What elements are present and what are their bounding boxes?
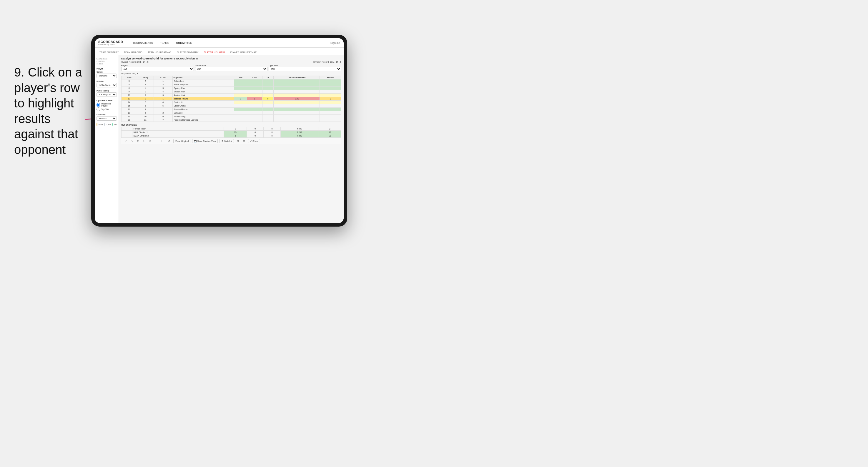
- conference-filter: Conference (All): [195, 64, 268, 71]
- subnav-player-summary[interactable]: PLAYER SUMMARY: [175, 50, 201, 55]
- zoom-plus[interactable]: +: [159, 139, 163, 143]
- main-content: Last Updated: 27/03/2024 16:55:38 Player…: [95, 55, 344, 223]
- col-conf: # Conf: [154, 76, 173, 80]
- table-row[interactable]: 522 Alexis Sudjianto: [122, 83, 341, 87]
- colour-by-section: Colour by Win/loss: [96, 114, 117, 121]
- table-row[interactable]: Foreign Team 1 0 0 4.500 2: [122, 127, 341, 131]
- opponent-view-section: Opponent view Opponents Played Top 100: [96, 99, 117, 111]
- col-opponent: Opponent: [173, 76, 234, 80]
- filter-row: Region (All) Conference (All) Opponent: [121, 64, 341, 71]
- subnav-team-h2h-grid[interactable]: TEAM H2H GRID: [122, 50, 145, 55]
- nav-committee[interactable]: COMMITTEE: [175, 41, 193, 45]
- grid-button[interactable]: ⊞: [236, 139, 240, 143]
- player-rank-section: Player (Rank) 8. Katelyn Vo: [96, 90, 117, 97]
- table-row[interactable]: 19106 Emily Chang: [122, 115, 341, 118]
- region-filter: Region (All): [121, 64, 194, 71]
- table-row[interactable]: 1822 Euna Lee: [122, 111, 341, 115]
- table-row[interactable]: NCAA Division 2 5 0 0 7.400 10: [122, 134, 341, 138]
- col-div: # Div: [122, 76, 137, 80]
- legend-level-dot: [104, 123, 105, 126]
- conference-select[interactable]: (All): [195, 67, 268, 71]
- gender-label: Gender: [96, 71, 117, 73]
- region-select[interactable]: (All): [121, 67, 194, 71]
- cut-button[interactable]: ✂: [142, 139, 147, 143]
- grid-subtitle: Overall Record: 353 - 34 - 6 Division Re…: [121, 61, 341, 63]
- opponent-filter: Opponent (All): [269, 64, 341, 71]
- legend: Down Level Up: [96, 123, 117, 126]
- opponent-label: Opponent: [269, 64, 341, 66]
- table-row[interactable]: 1474 Eunice Yi: [122, 101, 341, 104]
- sign-out-button[interactable]: Sign out: [331, 41, 340, 44]
- opponent-select[interactable]: (All): [269, 67, 341, 71]
- col-win: Win: [234, 76, 247, 80]
- legend-up-dot: [113, 123, 113, 126]
- logo-text: SCOREBOARD: [98, 40, 123, 43]
- table-row[interactable]: 1585 Stella Cheng: [122, 104, 341, 108]
- subnav-player-h2h-grid[interactable]: PLAYER H2H GRID: [202, 50, 227, 55]
- main-table: # Div # Reg # Conf Opponent Win Loss Tie…: [121, 75, 341, 122]
- table-row[interactable]: 20117 Federica Domecq Lacroze: [122, 118, 341, 122]
- logo-area: SCOREBOARD Powered by clippd TOURNAMENTS…: [98, 40, 193, 45]
- timer-button[interactable]: ⏱: [167, 139, 172, 143]
- bottom-toolbar: ↩ ↪ ⟳ ✂ ⎘ − + ⏱ View: Original 💾 Save Cu…: [121, 138, 341, 144]
- col-diff: Diff Av Strokes/Rnd: [273, 76, 319, 80]
- app-header: SCOREBOARD Powered by clippd TOURNAMENTS…: [95, 38, 344, 48]
- col-rounds: Rounds: [320, 76, 341, 80]
- nav-links: TOURNAMENTS TEAMS COMMITTEE: [131, 41, 193, 45]
- radio-opponents-played[interactable]: Opponents Played: [96, 103, 117, 107]
- tablet-screen: SCOREBOARD Powered by clippd TOURNAMENTS…: [95, 38, 344, 223]
- copy-button[interactable]: ⎘: [148, 139, 152, 143]
- opponent-view-label: Opponent view: [96, 99, 117, 102]
- conference-label: Conference: [195, 64, 268, 66]
- sub-nav: TEAM SUMMARY TEAM H2H GRID TEAM H2H HEAT…: [95, 48, 344, 55]
- table-row[interactable]: 321 Esther Lee: [122, 80, 341, 83]
- region-label: Region: [121, 64, 194, 66]
- gender-select[interactable]: Women's: [96, 73, 117, 78]
- subnav-player-h2h-heatmap[interactable]: PLAYER H2H HEATMAP: [228, 50, 259, 55]
- toolbar-divider: [165, 139, 165, 143]
- nav-tournaments[interactable]: TOURNAMENTS: [131, 41, 154, 45]
- colour-by-label: Colour by: [96, 114, 117, 116]
- view-original-button[interactable]: View: Original: [173, 139, 190, 143]
- legend-up-label: Up: [115, 124, 117, 126]
- nav-teams[interactable]: TEAMS: [159, 41, 170, 45]
- division-select[interactable]: NCAA Division III: [96, 83, 117, 87]
- table-row[interactable]: 1063 Andrea York: [122, 94, 341, 97]
- radio-top-100[interactable]: Top 100: [96, 107, 117, 111]
- subnav-team-h2h-heatmap[interactable]: TEAM H2H HEATMAP: [145, 50, 174, 55]
- legend-down-label: Down: [99, 124, 103, 126]
- table-row[interactable]: 914 Sharon Mun: [122, 90, 341, 94]
- out-of-division-table: Foreign Team 1 0 0 4.500 2 NAIA Division…: [121, 127, 341, 138]
- subnav-team-summary[interactable]: TEAM SUMMARY: [97, 50, 121, 55]
- col-tie: Tie: [262, 76, 273, 80]
- colour-by-select[interactable]: Win/loss: [96, 116, 117, 121]
- last-updated: Last Updated: 27/03/2024 16:55:38: [96, 58, 117, 65]
- redo-button[interactable]: ↪: [130, 139, 134, 143]
- zoom-minus[interactable]: −: [154, 139, 158, 143]
- division-record: Division Record: 331 - 34 - 6: [313, 61, 341, 63]
- refresh-button[interactable]: ⟳: [136, 139, 141, 143]
- legend-down-dot: [96, 123, 97, 126]
- watch-button[interactable]: 👁 Watch ▾: [219, 139, 234, 143]
- opponents-label: Opponents: (All) ▾: [121, 72, 341, 75]
- col-reg: # Reg: [137, 76, 154, 80]
- undo-button[interactable]: ↩: [124, 139, 128, 143]
- share-button[interactable]: ↗ Share: [248, 139, 260, 143]
- table-row[interactable]: 613 Sydney Kuo: [122, 87, 341, 90]
- annotation-text: 9. Click on a player's row to highlight …: [14, 65, 85, 157]
- player-rank-label: Player (Rank): [96, 90, 117, 92]
- col-loss: Loss: [247, 76, 262, 80]
- table-row[interactable]: 1691 Jessica Mason: [122, 108, 341, 111]
- player-rank-select[interactable]: 8. Katelyn Vo: [96, 92, 117, 97]
- radio-group: Opponents Played Top 100: [96, 103, 117, 111]
- player-label: Player: [96, 67, 117, 70]
- table-row[interactable]: NAIA Division 1 15 0 0 9.267 30: [122, 131, 341, 134]
- overall-record: Overall Record: 353 - 34 - 6: [121, 61, 149, 63]
- division-label: Division: [96, 80, 117, 83]
- table-row-selected[interactable]: 13 1 1 Jessica Huang 0 1 0 -3.00 2: [122, 97, 341, 101]
- save-custom-view-button[interactable]: 💾 Save Custom View: [192, 139, 217, 143]
- table-header-row: # Div # Reg # Conf Opponent Win Loss Tie…: [122, 76, 341, 80]
- logo-sub: Powered by clippd: [98, 43, 123, 45]
- right-content: Katelyn Vo Head-to-Head Grid for Women's…: [119, 55, 344, 223]
- export-button[interactable]: ⊟: [242, 139, 246, 143]
